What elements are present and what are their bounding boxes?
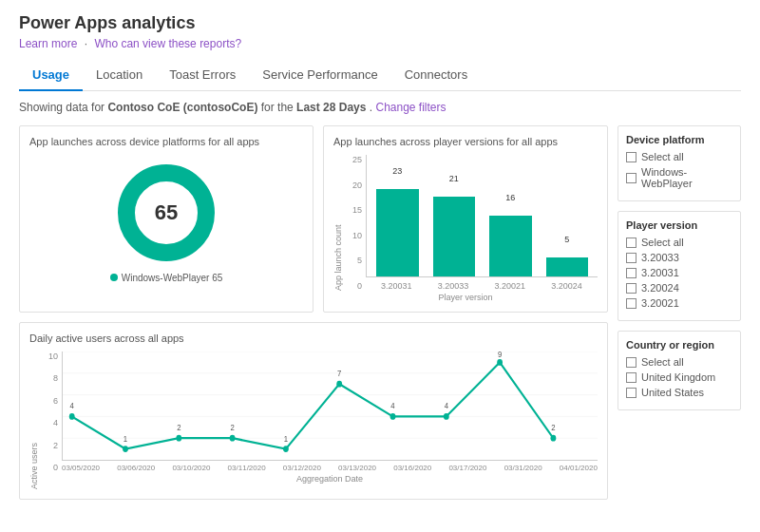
tab-service-performance[interactable]: Service Performance — [249, 60, 390, 91]
x-date-3: 03/10/2020 — [172, 464, 210, 472]
player-3-20031-checkbox[interactable] — [626, 268, 636, 278]
line-point-8 — [444, 413, 449, 420]
donut-chart-visual: 65 — [114, 161, 218, 265]
data-info-bar: Showing data for Contoso CoE (contosoCoE… — [19, 101, 741, 114]
bar-value-3: 16 — [505, 193, 515, 202]
svg-text:4: 4 — [390, 401, 395, 411]
country-uk-label: United Kingdom — [641, 371, 715, 383]
player-3-20021[interactable]: 3.20021 — [626, 297, 732, 309]
country-us-label: United States — [641, 387, 704, 398]
country-uk[interactable]: United Kingdom — [626, 371, 732, 383]
bar-3: 16 — [489, 216, 532, 276]
bar-y-axis-title: App launch count — [333, 155, 343, 291]
player-3-20024-checkbox[interactable] — [626, 283, 636, 294]
device-platform-select-all-checkbox[interactable] — [626, 152, 636, 162]
country-uk-checkbox[interactable] — [626, 372, 636, 383]
country-select-all-checkbox[interactable] — [626, 357, 636, 368]
x-date-9: 03/31/2020 — [504, 464, 542, 472]
player-3-20031-label: 3.20031 — [641, 267, 679, 278]
player-select-all-label: Select all — [641, 237, 684, 248]
line-y-axis-title: Active users — [29, 352, 39, 489]
country-filter-title: Country or region — [626, 339, 732, 351]
country-filter: Country or region Select all United King… — [618, 331, 741, 410]
svg-text:7: 7 — [337, 369, 342, 379]
bar-group-3: 16 — [489, 216, 532, 276]
device-platform-windows[interactable]: Windows-WebPlayer — [626, 166, 732, 189]
device-platform-windows-checkbox[interactable] — [626, 173, 636, 183]
line-point-4 — [230, 435, 236, 442]
line-point-3 — [176, 435, 181, 442]
x-date-6: 03/13/2020 — [338, 464, 376, 472]
tab-location[interactable]: Location — [83, 60, 156, 91]
bar-group-2: 21 — [433, 197, 476, 276]
line-chart-polyline — [72, 362, 554, 448]
x-date-2: 03/06/2020 — [117, 464, 155, 472]
svg-text:2: 2 — [177, 423, 181, 433]
player-3-20033[interactable]: 3.20033 — [626, 252, 732, 263]
learn-more-link[interactable]: Learn more — [19, 37, 77, 50]
x-date-1: 03/05/2020 — [62, 464, 100, 472]
who-can-view-link[interactable]: Who can view these reports? — [94, 37, 241, 50]
bar-group-1: 23 — [376, 189, 419, 276]
data-info-org: Contoso CoE (contosoCoE) — [107, 101, 257, 114]
line-point-7 — [390, 413, 396, 420]
tab-bar: Usage Location Toast Errors Service Perf… — [19, 60, 741, 91]
svg-text:1: 1 — [284, 433, 289, 444]
device-platform-select-all-label: Select all — [641, 151, 684, 162]
player-version-filter-title: Player version — [626, 219, 732, 231]
page-title: Power Apps analytics — [19, 13, 741, 33]
bars-container: 23 21 — [366, 155, 598, 277]
tab-toast-errors[interactable]: Toast Errors — [156, 60, 249, 91]
country-select-all-label: Select all — [641, 356, 684, 368]
donut-legend-label: Windows-WebPlayer 65 — [122, 273, 223, 283]
country-select-all[interactable]: Select all — [626, 356, 732, 368]
line-x-axis-title: Aggregation Date — [62, 474, 598, 484]
svg-text:9: 9 — [498, 352, 503, 359]
filter-panel: Device platform Select all Windows-WebPl… — [618, 125, 741, 500]
x-date-8: 03/17/2020 — [448, 464, 486, 472]
bar-chart-card: App launches across player versions for … — [323, 125, 608, 313]
device-platform-select-all[interactable]: Select all — [626, 151, 732, 162]
bar-1: 23 — [376, 189, 419, 276]
x-label-1: 3.20031 — [375, 281, 418, 291]
donut-chart-title: App launches across device platforms for… — [29, 136, 303, 147]
bar-x-axis-title: Player version — [333, 293, 598, 302]
separator: · — [85, 37, 87, 50]
player-3-20033-checkbox[interactable] — [626, 253, 636, 263]
player-3-20031[interactable]: 3.20031 — [626, 267, 732, 278]
change-filters-link[interactable]: Change filters — [376, 101, 446, 114]
player-3-20024[interactable]: 3.20024 — [626, 282, 732, 294]
device-platform-filter: Device platform Select all Windows-WebPl… — [618, 125, 741, 201]
country-us[interactable]: United States — [626, 387, 732, 398]
svg-text:4: 4 — [445, 401, 449, 411]
donut-legend-dot — [110, 274, 118, 281]
x-label-2: 3.20033 — [432, 281, 475, 291]
donut-center-value: 65 — [155, 200, 178, 225]
tab-connectors[interactable]: Connectors — [391, 60, 481, 91]
tab-usage[interactable]: Usage — [19, 60, 83, 91]
x-axis-labels: 3.20031 3.20033 3.20021 3.20024 — [366, 277, 598, 291]
line-point-10 — [550, 435, 556, 442]
line-chart-title: Daily active users across all apps — [29, 332, 598, 344]
bar-2: 21 — [433, 197, 476, 276]
donut-chart-card: App launches across device platforms for… — [19, 125, 314, 313]
line-point-1 — [69, 413, 75, 420]
player-select-all[interactable]: Select all — [626, 237, 732, 248]
bar-4: 5 — [546, 257, 589, 276]
player-3-20033-label: 3.20033 — [641, 252, 679, 263]
device-platform-windows-label: Windows-WebPlayer — [641, 166, 732, 189]
data-info-prefix: Showing data for — [19, 101, 104, 114]
player-3-20021-checkbox[interactable] — [626, 298, 636, 309]
player-version-filter: Player version Select all 3.20033 3.2003… — [618, 211, 741, 321]
line-chart-card: Daily active users across all apps Activ… — [19, 322, 608, 500]
x-label-3: 3.20021 — [489, 281, 532, 291]
bar-y-axis: 0 5 10 15 20 25 — [347, 155, 366, 291]
line-point-6 — [336, 381, 342, 388]
bar-group-4: 5 — [546, 257, 589, 276]
x-date-4: 03/11/2020 — [228, 464, 266, 472]
bar-value-1: 23 — [392, 166, 402, 176]
x-date-5: 03/12/2020 — [283, 464, 321, 472]
player-select-all-checkbox[interactable] — [626, 238, 636, 248]
line-point-2 — [123, 446, 128, 452]
country-us-checkbox[interactable] — [626, 388, 636, 398]
